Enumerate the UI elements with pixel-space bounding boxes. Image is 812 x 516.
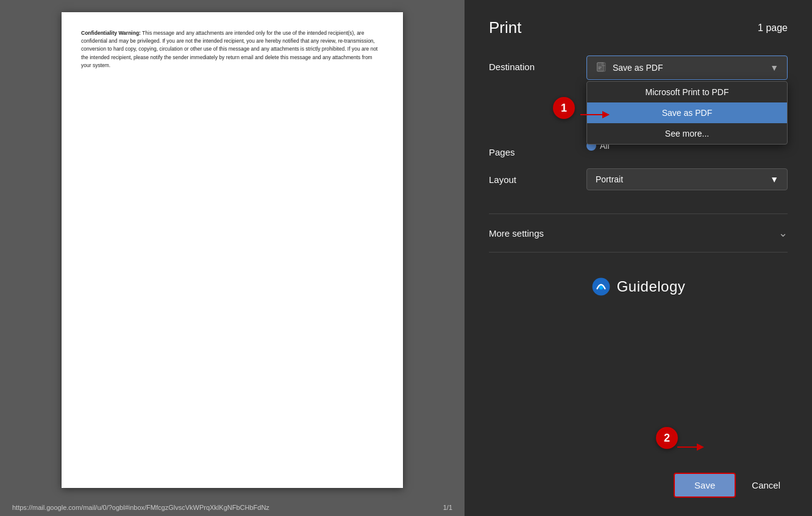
step1-badge: 1 xyxy=(553,97,575,119)
bottom-buttons: 2 Save Cancel xyxy=(674,473,788,498)
branding-logo-icon xyxy=(591,277,611,296)
more-settings-label: More settings xyxy=(489,228,544,238)
branding-section: Guidelogy xyxy=(489,277,788,296)
layout-row: Layout Portrait ▼ xyxy=(489,168,788,190)
more-settings-row[interactable]: More settings ⌄ xyxy=(489,214,788,253)
destination-dropdown[interactable]: Save as PDF ▼ xyxy=(586,56,788,80)
step1-label: 1 xyxy=(561,102,567,115)
destination-btn-left: Save as PDF xyxy=(596,62,663,74)
page-preview: Confidentiality Warning: This message an… xyxy=(62,12,403,488)
destination-dropdown-menu: Microsoft Print to PDF Save as PDF See m… xyxy=(586,81,788,145)
preview-pane: Confidentiality Warning: This message an… xyxy=(0,0,465,516)
more-settings-chevron-icon: ⌄ xyxy=(778,226,788,240)
print-panel: Print 1 page Destination Save a xyxy=(465,0,812,516)
step2-badge: 2 xyxy=(656,427,678,449)
destination-chevron-icon: ▼ xyxy=(770,63,778,73)
preview-text: Confidentiality Warning: This message an… xyxy=(81,29,383,70)
preview-page-num: 1/1 xyxy=(443,504,452,511)
pdf-icon xyxy=(596,62,608,74)
layout-dropdown[interactable]: Portrait ▼ xyxy=(586,168,788,190)
layout-chevron-icon: ▼ xyxy=(770,174,778,184)
branding-name: Guidelogy xyxy=(617,278,686,295)
destination-row: Destination Save as PDF ▼ xyxy=(489,56,788,80)
layout-control: Portrait ▼ xyxy=(586,168,788,190)
layout-label: Layout xyxy=(489,168,586,185)
confidentiality-bold: Confidentiality Warning: xyxy=(81,30,141,36)
dropdown-option-microsoft[interactable]: Microsoft Print to PDF xyxy=(587,82,787,102)
form-section: Destination Save as PDF ▼ xyxy=(489,56,788,214)
step2-label: 2 xyxy=(664,432,670,445)
dropdown-option-see-more[interactable]: See more... xyxy=(587,123,787,144)
print-page-count: 1 page xyxy=(758,23,788,34)
print-title: Print xyxy=(489,18,521,37)
save-button[interactable]: Save xyxy=(674,473,736,498)
preview-footer: https://mail.google.com/mail/u/0/?ogbl#i… xyxy=(12,504,452,511)
cancel-button[interactable]: Cancel xyxy=(744,474,788,496)
print-header: Print 1 page xyxy=(489,18,788,37)
preview-url: https://mail.google.com/mail/u/0/?ogbl#i… xyxy=(12,504,269,511)
destination-control: Save as PDF ▼ Microsoft Print to PDF Sav… xyxy=(586,56,788,80)
svg-point-4 xyxy=(599,285,603,289)
destination-value: Save as PDF xyxy=(613,63,663,73)
pages-label: Pages xyxy=(489,141,586,157)
dropdown-option-save-pdf[interactable]: Save as PDF xyxy=(587,102,787,123)
destination-label: Destination xyxy=(489,56,586,72)
layout-value: Portrait xyxy=(596,174,623,184)
